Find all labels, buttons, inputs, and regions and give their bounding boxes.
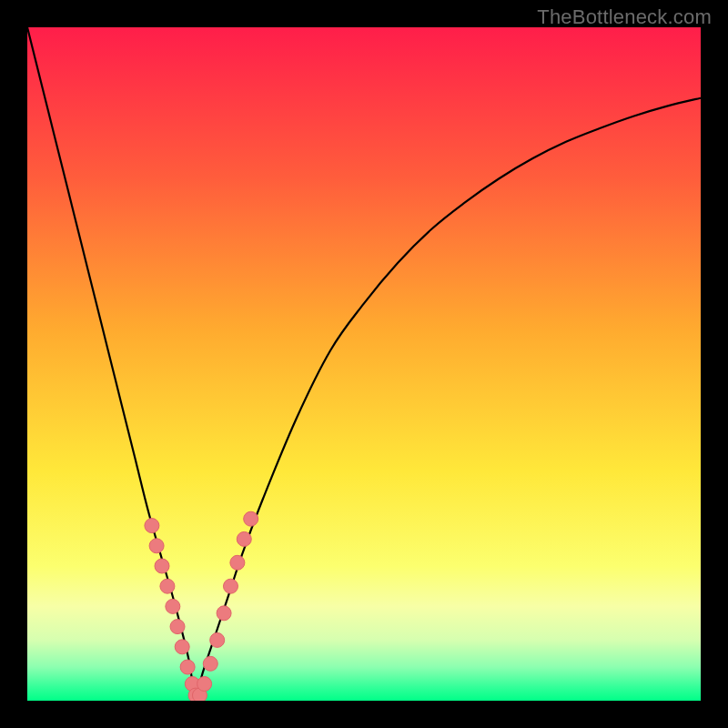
marker-point [175, 640, 189, 654]
watermark-text: TheBottleneck.com [537, 5, 712, 29]
marker-point [160, 579, 175, 593]
marker-point [197, 677, 212, 692]
marker-point [203, 656, 217, 671]
marker-point [155, 559, 169, 573]
marker-point [210, 632, 225, 647]
marker-point [166, 599, 180, 613]
marker-point [244, 511, 258, 526]
plot-area [27, 27, 701, 701]
marker-point [237, 531, 251, 546]
marker-point [180, 660, 195, 674]
curve-layer [27, 27, 701, 701]
marker-point [217, 606, 231, 621]
marker-point [170, 620, 185, 634]
marker-point [149, 539, 164, 553]
marker-point [145, 519, 159, 533]
bottleneck-curve-path [27, 27, 701, 701]
marker-point [223, 579, 238, 593]
highlight-markers [145, 511, 258, 701]
marker-point [230, 555, 245, 570]
chart-frame: TheBottleneck.com [0, 0, 728, 728]
